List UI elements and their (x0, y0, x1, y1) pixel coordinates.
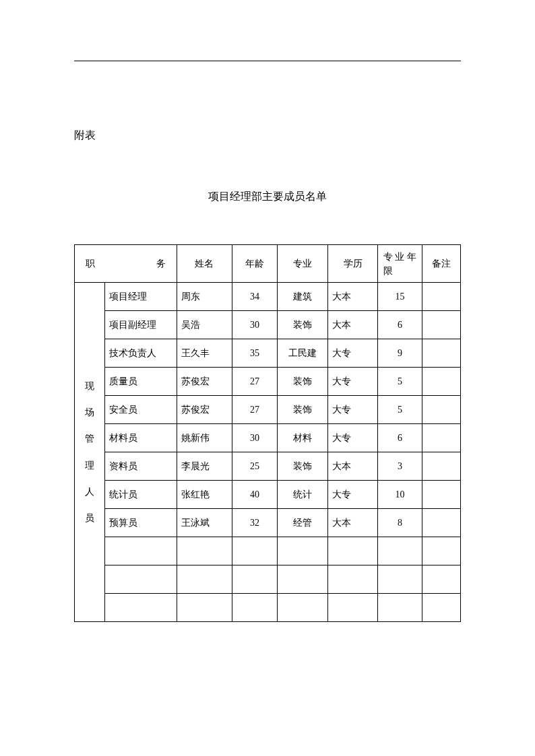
cell-name: 姚新伟 (177, 424, 232, 452)
cell-name (177, 594, 232, 622)
cell-note (422, 509, 461, 537)
cell-major: 装饰 (277, 368, 328, 396)
header-degree: 学历 (328, 245, 377, 283)
cell-role: 技术负责人 (104, 339, 177, 368)
cell-note (422, 537, 461, 565)
header-job: 职务 (75, 245, 177, 283)
cell-role: 预算员 (104, 509, 177, 537)
cell-name: 苏俊宏 (177, 396, 232, 424)
table-row: 质量员苏俊宏27装饰大专5 (75, 368, 461, 396)
cell-role (104, 594, 177, 622)
cell-role: 项目经理 (104, 283, 177, 311)
cell-age: 27 (232, 396, 277, 424)
cell-years: 5 (377, 396, 422, 424)
cell-role (104, 565, 177, 594)
members-table: 职务 姓名 年龄 专业 学历 专业年限 备注 现场管理人员项目经理周东34建筑大… (74, 244, 461, 622)
cell-age: 25 (232, 452, 277, 481)
cell-name: 苏俊宏 (177, 368, 232, 396)
cell-degree: 大本 (328, 283, 377, 311)
cell-note (422, 452, 461, 481)
table-row: 材料员姚新伟30材料大专6 (75, 424, 461, 452)
cell-name: 张红艳 (177, 481, 232, 509)
cell-age: 27 (232, 368, 277, 396)
cell-note (422, 368, 461, 396)
appendix-label: 附表 (74, 129, 461, 143)
cell-degree: 大专 (328, 368, 377, 396)
cell-major: 装饰 (277, 452, 328, 481)
table-row: 现场管理人员项目经理周东34建筑大本15 (75, 283, 461, 311)
cell-years: 3 (377, 452, 422, 481)
cell-degree: 大本 (328, 452, 377, 481)
header-age: 年龄 (232, 245, 277, 283)
cell-note (422, 311, 461, 339)
cell-years (377, 594, 422, 622)
header-name: 姓名 (177, 245, 232, 283)
table-row: 项目副经理吴浩30装饰大本6 (75, 311, 461, 339)
cell-role: 资料员 (104, 452, 177, 481)
cell-major: 材料 (277, 424, 328, 452)
table-header-row: 职务 姓名 年龄 专业 学历 专业年限 备注 (75, 245, 461, 283)
cell-major (277, 565, 328, 594)
cell-age: 30 (232, 424, 277, 452)
cell-age: 34 (232, 283, 277, 311)
cell-note (422, 424, 461, 452)
cell-years: 6 (377, 424, 422, 452)
table-row: 安全员苏俊宏27装饰大专5 (75, 396, 461, 424)
cell-major: 装饰 (277, 311, 328, 339)
cell-major: 建筑 (277, 283, 328, 311)
top-rule (74, 61, 461, 61)
table-row: 资料员李晨光25装饰大本3 (75, 452, 461, 481)
cell-name: 王泳斌 (177, 509, 232, 537)
cell-note (422, 481, 461, 509)
cell-note (422, 283, 461, 311)
cell-degree: 大专 (328, 339, 377, 368)
cell-role: 统计员 (104, 481, 177, 509)
cell-role: 安全员 (104, 396, 177, 424)
page-title: 项目经理部主要成员名单 (74, 190, 461, 204)
cell-age: 35 (232, 339, 277, 368)
cell-degree: 大本 (328, 509, 377, 537)
cell-degree: 大专 (328, 481, 377, 509)
table-row (75, 594, 461, 622)
cell-years: 10 (377, 481, 422, 509)
cell-note (422, 339, 461, 368)
cell-age: 32 (232, 509, 277, 537)
cell-name: 李晨光 (177, 452, 232, 481)
cell-years: 8 (377, 509, 422, 537)
cell-role: 材料员 (104, 424, 177, 452)
table-row: 技术负责人王久丰35工民建大专9 (75, 339, 461, 368)
header-note: 备注 (422, 245, 461, 283)
cell-major: 工民建 (277, 339, 328, 368)
cell-major: 统计 (277, 481, 328, 509)
cell-years: 9 (377, 339, 422, 368)
cell-years (377, 565, 422, 594)
cell-note (422, 396, 461, 424)
cell-major: 装饰 (277, 396, 328, 424)
cell-degree (328, 537, 377, 565)
cell-name: 王久丰 (177, 339, 232, 368)
cell-name (177, 537, 232, 565)
cell-age: 40 (232, 481, 277, 509)
cell-role (104, 537, 177, 565)
cell-degree (328, 565, 377, 594)
cell-years: 6 (377, 311, 422, 339)
cell-major: 经管 (277, 509, 328, 537)
header-major: 专业 (277, 245, 328, 283)
cell-degree: 大专 (328, 424, 377, 452)
cell-name: 周东 (177, 283, 232, 311)
header-years: 专业年限 (377, 245, 422, 283)
cell-role: 质量员 (104, 368, 177, 396)
cell-years (377, 537, 422, 565)
table-row (75, 537, 461, 565)
cell-major (277, 594, 328, 622)
cell-age (232, 537, 277, 565)
cell-age (232, 594, 277, 622)
cell-years: 15 (377, 283, 422, 311)
cell-role: 项目副经理 (104, 311, 177, 339)
category-cell: 现场管理人员 (75, 283, 105, 622)
cell-note (422, 565, 461, 594)
cell-degree: 大本 (328, 311, 377, 339)
cell-age (232, 565, 277, 594)
cell-name: 吴浩 (177, 311, 232, 339)
cell-age: 30 (232, 311, 277, 339)
